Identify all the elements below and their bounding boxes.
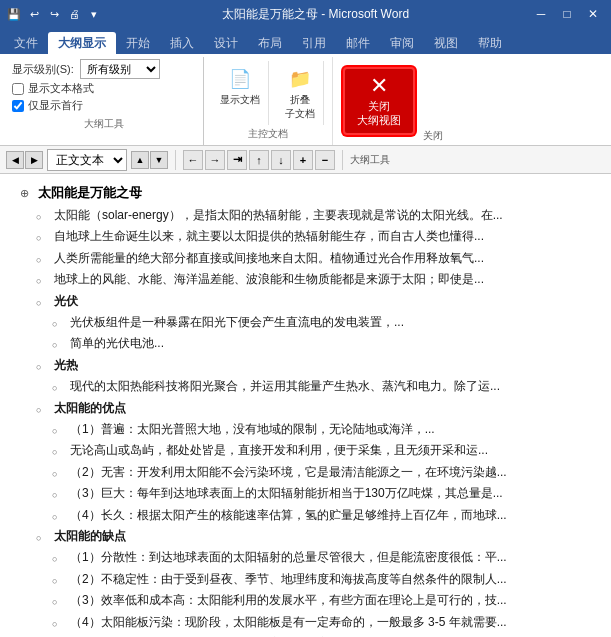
nav-up-button[interactable]: ▲ xyxy=(131,151,149,169)
doc-text: （2）不稳定性：由于受到昼夜、季节、地理纬度和海拔高度等自然条件的限制人... xyxy=(70,569,599,589)
doc-text: 太阳能（solar-energy），是指太阳的热辐射能，主要表现就是常说的太阳光… xyxy=(54,205,599,225)
doc-text: 人类所需能量的绝大部分都直接或间接地来自太阳。植物通过光合作用释放氧气... xyxy=(54,248,599,268)
outline-tools-label: 大纲工具 xyxy=(12,117,195,131)
doc-text: （4）长久：根据太阳产生的核能速率估算，氢的贮量足够维持上百亿年，而地球... xyxy=(70,505,599,525)
redo-icon[interactable]: ↪ xyxy=(46,6,62,22)
bullet-icon: ○ xyxy=(52,552,68,567)
doc-text: （2）无害：开发利用太阳能不会污染环境，它是最清洁能源之一，在环境污染越... xyxy=(70,462,599,482)
tab-start[interactable]: 开始 xyxy=(116,32,160,54)
doc-text: 无论高山或岛屿，都处处皆是，直接开发和利用，便于采集，且无须开采和运... xyxy=(70,440,599,460)
doc-line: ○光伏 xyxy=(20,291,599,311)
outline-tools-bar-label: 大纲工具 xyxy=(350,153,390,167)
bullet-icon: ○ xyxy=(52,424,68,439)
toolbar-separator-1 xyxy=(175,150,176,170)
nav-down-button[interactable]: ▼ xyxy=(150,151,168,169)
tab-mailings[interactable]: 邮件 xyxy=(336,32,380,54)
tab-references[interactable]: 引用 xyxy=(292,32,336,54)
bullet-icon: ○ xyxy=(36,253,52,268)
doc-text: （1）分散性：到达地球表面的太阳辐射的总量尽管很大，但是能流密度很低：平... xyxy=(70,547,599,567)
tab-insert[interactable]: 插入 xyxy=(160,32,204,54)
maximize-button[interactable]: □ xyxy=(555,4,579,24)
level-select[interactable]: 所有级别 xyxy=(80,59,160,79)
show-doc-label: 显示文档 xyxy=(220,93,260,107)
show-doc-button[interactable]: 📄 显示文档 xyxy=(212,61,269,125)
toolbar-separator-2 xyxy=(342,150,343,170)
doc-text: （3）效率低和成本高：太阳能利用的发展水平，有些方面在理论上是可行的，技... xyxy=(70,590,599,610)
close-outline-button[interactable]: ✕ 关闭 大纲视图 xyxy=(343,67,415,136)
print-icon[interactable]: 🖨 xyxy=(66,6,82,22)
nav-arrows-right: ▲ ▼ xyxy=(131,151,168,169)
doc-text: 现代的太阳热能科技将阳光聚合，并运用其能量产生热水、蒸汽和电力。除了运... xyxy=(70,376,599,396)
doc-text: （1）普遍：太阳光普照大地，没有地域的限制，无论陆地或海洋，... xyxy=(70,419,599,439)
doc-line: ○太阳能的优点 xyxy=(20,398,599,418)
show-text-format-label: 显示文本格式 xyxy=(28,81,94,96)
ribbon-tabs: 文件 大纲显示 开始 插入 设计 布局 引用 邮件 审阅 视图 帮助 xyxy=(0,28,611,54)
fold-label: 折叠 子文档 xyxy=(285,93,315,121)
bullet-icon: ○ xyxy=(52,317,68,332)
show-fold-section: 📄 显示文档 📁 折叠 子文档 主控文档 xyxy=(204,57,333,145)
undo-icon[interactable]: ↩ xyxy=(26,6,42,22)
doc-line: ○现代的太阳热能科技将阳光聚合，并运用其能量产生热水、蒸汽和电力。除了运... xyxy=(20,376,599,396)
doc-line: ○（2）无害：开发利用太阳能不会污染环境，它是最清洁能源之一，在环境污染越... xyxy=(20,462,599,482)
tab-view[interactable]: 视图 xyxy=(424,32,468,54)
fold-button[interactable]: 📁 折叠 子文档 xyxy=(277,61,324,125)
close-outline-container: ✕ 关闭 大纲视图 xyxy=(337,57,421,145)
bullet-icon: ○ xyxy=(52,467,68,482)
bullet-icon: ○ xyxy=(36,274,52,289)
doc-line: ○（3）效率低和成本高：太阳能利用的发展水平，有些方面在理论上是可行的，技... xyxy=(20,590,599,610)
promote-button[interactable]: ← xyxy=(183,150,203,170)
close-button[interactable]: ✕ xyxy=(581,4,605,24)
demote-button[interactable]: → xyxy=(205,150,225,170)
collapse-button[interactable]: − xyxy=(315,150,335,170)
tab-help[interactable]: 帮助 xyxy=(468,32,512,54)
doc-text: 光伏 xyxy=(54,291,599,311)
nav-right-button[interactable]: ▶ xyxy=(25,151,43,169)
level-row: 显示级别(S): 所有级别 xyxy=(12,59,195,79)
bullet-icon: ○ xyxy=(52,338,68,353)
doc-text: 光热 xyxy=(54,355,599,375)
doc-line: ○地球上的风能、水能、海洋温差能、波浪能和生物质能都是来源于太阳；即使是... xyxy=(20,269,599,289)
bullet-icon: ○ xyxy=(52,381,68,396)
bullet-icon: ⊕ xyxy=(20,184,36,202)
close-outline-icon: ✕ xyxy=(370,75,388,97)
show-text-format-checkbox[interactable] xyxy=(12,83,24,95)
show-fold-buttons: 📄 显示文档 📁 折叠 子文档 xyxy=(212,61,324,125)
nav-left-button[interactable]: ◀ xyxy=(6,151,24,169)
doc-text: 自地球上生命诞生以来，就主要以太阳提供的热辐射能生存，而自古人类也懂得... xyxy=(54,226,599,246)
doc-line: ○光伏板组件是一种暴露在阳光下便会产生直流电的发电装置，... xyxy=(20,312,599,332)
show-text-format-row: 显示文本格式 xyxy=(12,81,195,96)
doc-line: ○（1）普遍：太阳光普照大地，没有地域的限制，无论陆地或海洋，... xyxy=(20,419,599,439)
move-up-button[interactable]: ↑ xyxy=(249,150,269,170)
tab-layout[interactable]: 布局 xyxy=(248,32,292,54)
close-section-label-container: 关闭 xyxy=(421,57,447,145)
doc-line: ○光热 xyxy=(20,355,599,375)
style-select[interactable]: 正文文本 xyxy=(47,149,127,171)
tab-review[interactable]: 审阅 xyxy=(380,32,424,54)
tab-design[interactable]: 设计 xyxy=(204,32,248,54)
master-doc-label: 主控文档 xyxy=(248,127,288,141)
bullet-icon: ○ xyxy=(36,296,52,311)
save-icon[interactable]: 💾 xyxy=(6,6,22,22)
doc-text: 太阳能既是一次能源，又是可再生能源。它资源丰富，既可免费使用，又无需运... xyxy=(54,633,599,637)
bullet-icon: ○ xyxy=(36,231,52,246)
doc-text: （3）巨大：每年到达地球表面上的太阳辐射能折相当于130万亿吨煤，其总量是... xyxy=(70,483,599,503)
outline-action-buttons: ← → ⇥ ↑ ↓ + − xyxy=(183,150,335,170)
tab-outline[interactable]: 大纲显示 xyxy=(48,32,116,54)
document-content: ⊕太阳能是万能之母○太阳能（solar-energy），是指太阳的热辐射能，主要… xyxy=(0,174,611,637)
show-first-line-checkbox[interactable] xyxy=(12,100,24,112)
window-controls: ─ □ ✕ xyxy=(529,4,605,24)
minimize-button[interactable]: ─ xyxy=(529,4,553,24)
doc-text: 光伏板组件是一种暴露在阳光下便会产生直流电的发电装置，... xyxy=(70,312,599,332)
expand-button[interactable]: + xyxy=(293,150,313,170)
doc-line: ○太阳能既是一次能源，又是可再生能源。它资源丰富，既可免费使用，又无需运... xyxy=(20,633,599,637)
options-icon[interactable]: ▾ xyxy=(86,6,102,22)
bullet-icon: ○ xyxy=(52,574,68,589)
bullet-icon: ○ xyxy=(52,488,68,503)
level-label: 显示级别(S): xyxy=(12,62,74,77)
show-doc-icon: 📄 xyxy=(226,65,254,93)
move-down-button[interactable]: ↓ xyxy=(271,150,291,170)
demote-to-body-button[interactable]: ⇥ xyxy=(227,150,247,170)
outline-tools-section: 显示级别(S): 所有级别 显示文本格式 仅显示首行 大纲工具 xyxy=(4,57,204,145)
tab-file[interactable]: 文件 xyxy=(4,32,48,54)
doc-line: ○人类所需能量的绝大部分都直接或间接地来自太阳。植物通过光合作用释放氧气... xyxy=(20,248,599,268)
